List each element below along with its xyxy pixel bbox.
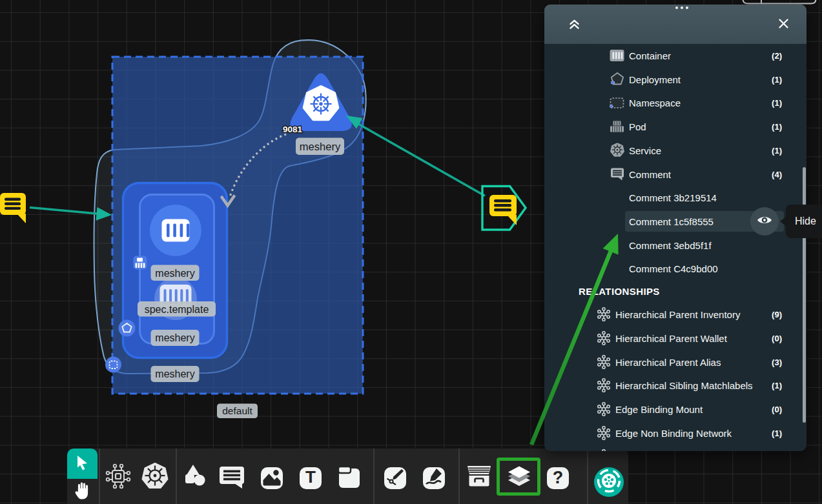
toolbar-divider — [458, 449, 460, 504]
close-panel-button[interactable] — [779, 19, 788, 31]
relationship-row[interactable]: Edge Binding Mount (0) — [544, 398, 807, 421]
row-label: Edge Non Binding Network — [615, 427, 732, 438]
comment-item-label: Comment C4c9bd00 — [629, 263, 718, 274]
relationship-row[interactable]: Edge Non Binding Network (1) — [544, 421, 807, 445]
row-count: (2) — [772, 51, 782, 61]
row-label: Comment — [629, 168, 671, 179]
meshery-logo-button[interactable] — [594, 467, 624, 497]
comment-icon-left[interactable] — [0, 193, 26, 223]
toolbar-divider — [99, 449, 100, 504]
relationships-section-header: RELATIONSHIPS — [579, 286, 660, 297]
toolbar-divider — [176, 449, 177, 504]
relationship-icon — [597, 331, 611, 345]
shapes-tool-button[interactable] — [182, 465, 208, 490]
relationship-row[interactable]: Hierarchical Parent Alias (3) — [544, 350, 807, 374]
row-label: Hierarchical Parent Inventory — [615, 309, 740, 320]
deployment-badge-icon — [119, 320, 136, 337]
row-label: Service — [629, 145, 661, 156]
drawer-tool-button[interactable] — [466, 465, 492, 490]
comment-item-label: Comment 1c5f8555 — [629, 216, 714, 227]
bottom-toolbar: T — [67, 449, 628, 504]
select-tool-button[interactable] — [67, 449, 98, 479]
deployment-label-chip: meshery — [151, 330, 200, 346]
row-label: Hierarchical Sibling Matchlabels — [615, 380, 753, 391]
relationship-row[interactable]: Hierarchical Sibling Matchlabels (1) — [544, 374, 807, 397]
relationship-row[interactable]: Hierarchical Parent Wallet (0) — [544, 327, 807, 350]
hand-icon — [75, 481, 90, 502]
relationship-icon — [597, 449, 611, 451]
namespace-label-text: meshery — [155, 368, 194, 379]
pod-badge-icon — [134, 256, 147, 270]
panel-row-namespace[interactable]: Namespace (1) — [544, 91, 807, 114]
visibility-toggle-button[interactable] — [750, 207, 779, 236]
hide-tooltip: Hide — [786, 205, 822, 238]
toolbar-divider — [373, 449, 375, 504]
row-label: Container — [629, 50, 671, 61]
schema-tool-button[interactable] — [105, 465, 131, 490]
relationship-icon — [597, 426, 611, 440]
comment-list-item[interactable]: Comment 3b219514 — [544, 186, 807, 209]
help-tool-button[interactable]: ? — [547, 467, 569, 489]
text-tool-button[interactable]: T — [300, 467, 322, 489]
schema-icon — [105, 463, 132, 492]
shapes-icon — [181, 463, 209, 492]
collapse-panel-button[interactable] — [569, 19, 580, 32]
drawer-icon — [466, 463, 493, 492]
layers-icon — [505, 463, 533, 492]
row-label: Hierarchical Parent Alias — [615, 356, 721, 367]
namespace-badge-icon — [105, 357, 121, 373]
panel-row-service[interactable]: Service (1) — [544, 139, 807, 162]
kubernetes-icon — [141, 462, 169, 493]
namespace-label-chip: meshery — [151, 366, 200, 382]
namespace-name-chip: default — [217, 404, 258, 419]
pan-tool-button[interactable] — [67, 479, 98, 504]
cursor-arrow-icon — [76, 455, 90, 473]
row-label: Deployment — [629, 74, 681, 85]
row-count: (3) — [772, 357, 782, 367]
deployment-label-text: meshery — [155, 332, 194, 343]
row-count: (1) — [772, 74, 782, 84]
pencil-tool-button[interactable] — [423, 467, 445, 489]
relationship-row-clipped[interactable] — [544, 445, 807, 451]
panel-row-comment[interactable]: Comment (4) — [544, 163, 807, 186]
relationship-row[interactable]: Hierarchical Parent Inventory (9) — [544, 303, 807, 326]
elements-panel: Container (2) Deployment (1) Namespace ( — [544, 5, 807, 451]
container-node[interactable] — [150, 205, 201, 256]
tooltip-arrow — [780, 217, 786, 226]
layers-tool-button[interactable] — [506, 465, 532, 490]
namespace-name-text: default — [222, 405, 252, 416]
comment-icon — [610, 166, 624, 181]
pen-tool-button[interactable] — [384, 467, 406, 489]
image-tool-button[interactable] — [261, 467, 283, 489]
comment-item-label: Comment 3b219514 — [629, 192, 717, 203]
comment-list-item[interactable]: Comment 3ebd5f1f — [544, 234, 807, 257]
spec-template-text: spec.template — [145, 304, 209, 315]
kubernetes-tool-button[interactable] — [142, 465, 168, 490]
panel-row-container[interactable]: Container (2) — [544, 44, 807, 67]
service-icon — [610, 143, 624, 157]
drag-handle-icon[interactable] — [675, 6, 691, 9]
pod-label-chip: meshery — [151, 265, 200, 281]
row-count: (1) — [772, 381, 782, 390]
row-label: Pod — [629, 121, 646, 132]
spec-template-chip: spec.template — [138, 301, 216, 317]
row-label: Hierarchical Parent Wallet — [615, 332, 727, 343]
comment-annotation-right[interactable] — [346, 116, 526, 230]
row-count: (1) — [772, 122, 782, 132]
comment-item-label: Comment 3ebd5f1f — [629, 239, 712, 250]
relationship-icon — [597, 307, 611, 321]
port-label: 9081 — [283, 125, 303, 134]
panel-row-pod[interactable]: Pod (1) — [544, 115, 807, 138]
row-count: (1) — [772, 428, 782, 438]
question-mark-icon: ? — [548, 467, 568, 489]
panel-row-deployment[interactable]: Deployment (1) — [544, 68, 807, 91]
frame-tool-button[interactable] — [336, 465, 362, 490]
frame-icon — [336, 464, 362, 491]
panel-header — [544, 5, 807, 44]
comment-icon-right[interactable] — [489, 195, 517, 225]
kanvas-canvas[interactable]: 9081 meshery meshery — [0, 0, 822, 504]
comment-list-item[interactable]: Comment C4c9bd00 — [544, 257, 807, 280]
comment-tool-button[interactable] — [219, 465, 245, 490]
toolbar-divider — [587, 449, 588, 504]
pencil-icon — [424, 467, 444, 489]
